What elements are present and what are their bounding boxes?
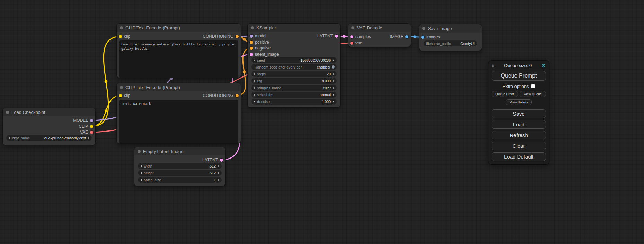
collapse-dot-icon[interactable] <box>138 150 141 153</box>
node-ksampler[interactable]: KSampler model positive negative latent_… <box>248 24 340 107</box>
collapse-dot-icon[interactable] <box>120 86 123 89</box>
slot-label: CLIP <box>79 124 88 129</box>
slot-label: model <box>255 34 266 38</box>
collapse-dot-icon[interactable] <box>120 26 123 29</box>
input-dot-negative[interactable] <box>250 47 253 50</box>
collapse-dot-icon[interactable] <box>351 26 354 29</box>
widget-increment-arrow-icon[interactable] <box>333 80 334 82</box>
widget-ckpt-name[interactable]: ckpt_name v1-5-pruned-emaonly.ckpt <box>7 135 91 141</box>
widget-height[interactable]: height 512 <box>138 170 221 175</box>
prompt-textarea[interactable]: beautiful scenery nature glass bottle la… <box>119 40 238 78</box>
input-dot-positive[interactable] <box>250 41 253 44</box>
output-dot-image[interactable] <box>405 35 408 38</box>
output-dot-model[interactable] <box>90 119 93 122</box>
widget-random-seed-toggle[interactable]: Random seed after every gen enabled <box>252 64 336 70</box>
extra-options-checkbox[interactable] <box>531 84 535 88</box>
widget-increment-arrow-icon[interactable] <box>218 165 219 167</box>
output-dot-latent[interactable] <box>220 159 223 162</box>
input-dot-latent-image[interactable] <box>250 53 253 56</box>
collapse-dot-icon[interactable] <box>6 111 9 114</box>
widget-label: seed <box>255 58 265 62</box>
input-dot-images[interactable] <box>421 36 424 39</box>
widget-increment-arrow-icon[interactable] <box>218 172 219 174</box>
widget-increment-arrow-icon[interactable] <box>333 73 334 75</box>
widget-increment-arrow-icon[interactable] <box>333 59 334 61</box>
load-button[interactable]: Load <box>492 120 546 129</box>
collapse-dot-icon[interactable] <box>251 26 254 29</box>
node-save-image[interactable]: Save Image images filename_prefix ComfyU… <box>419 24 482 51</box>
input-dot-vae[interactable] <box>350 42 353 45</box>
graph-canvas[interactable]: Load Checkpoint MODEL CLIP VAE ckpt_name… <box>0 0 644 244</box>
toggle-on-indicator-icon[interactable] <box>332 65 335 69</box>
node-title-bar[interactable]: Save Image <box>419 24 482 33</box>
clear-button[interactable]: Clear <box>492 142 546 150</box>
widget-increment-arrow-icon[interactable] <box>333 87 334 89</box>
widget-value: 512 <box>210 171 218 175</box>
queue-front-button[interactable]: Queue Front <box>492 91 518 97</box>
widget-label: batch_size <box>142 178 161 182</box>
widget-cfg[interactable]: cfg 8.000 <box>252 78 336 83</box>
input-dot-clip[interactable] <box>119 35 122 38</box>
input-dot-samples[interactable] <box>350 35 353 38</box>
menu-drag-handle-icon[interactable]: ⠿ <box>492 63 495 68</box>
view-queue-button[interactable]: View Queue <box>520 91 546 97</box>
node-empty-latent-image[interactable]: Empty Latent Image LATENT width 512 heig… <box>134 147 225 186</box>
widget-sampler-name[interactable]: sampler_name euler <box>252 85 336 90</box>
node-title-bar[interactable]: VAE Decode <box>348 24 411 32</box>
widget-increment-arrow-icon[interactable] <box>333 94 334 96</box>
widget-label: filename_prefix <box>424 42 451 46</box>
settings-gear-icon[interactable]: ⚙ <box>541 63 546 68</box>
input-slot-negative: negative <box>250 45 271 51</box>
output-slot-clip: CLIP <box>79 124 93 129</box>
queue-prompt-button[interactable]: Queue Prompt <box>492 71 546 81</box>
node-title-bar[interactable]: KSampler <box>248 24 340 32</box>
node-vae-decode[interactable]: VAE Decode samples vae IMAGE <box>348 24 411 47</box>
prompt-textarea[interactable]: text, watermark <box>119 100 238 143</box>
widget-width[interactable]: width 512 <box>138 163 221 169</box>
input-dot-model[interactable] <box>250 35 253 38</box>
load-default-button[interactable]: Load Default <box>492 152 546 161</box>
input-slot-clip: clip <box>119 93 130 98</box>
widget-denoise[interactable]: denoise 1.000 <box>252 99 336 104</box>
output-dot-conditioning[interactable] <box>236 35 239 38</box>
output-slot-conditioning: CONDITIONING <box>203 93 239 98</box>
output-slot-model: MODEL <box>73 118 93 123</box>
widget-seed[interactable]: seed 156680208700286 <box>252 57 336 63</box>
output-dot-latent[interactable] <box>335 35 338 38</box>
node-title-bar[interactable]: Load Checkpoint <box>3 108 95 116</box>
link-midpoint-dot <box>343 35 346 38</box>
link-midpoint-dot <box>105 109 108 112</box>
save-button[interactable]: Save <box>492 109 546 118</box>
node-clip-text-encode-negative[interactable]: CLIP Text Encode (Prompt) clip CONDITION… <box>117 83 241 143</box>
widget-steps[interactable]: steps 20 <box>252 71 336 76</box>
node-title-bar[interactable]: Empty Latent Image <box>134 147 225 155</box>
widget-label: denoise <box>255 100 270 104</box>
widget-label: steps <box>255 72 266 76</box>
widget-increment-arrow-icon[interactable] <box>333 101 334 103</box>
widget-increment-arrow-icon[interactable] <box>218 179 219 181</box>
input-dot-clip[interactable] <box>119 94 122 97</box>
link-midpoint-dot <box>243 70 246 73</box>
node-clip-text-encode-positive[interactable]: CLIP Text Encode (Prompt) clip CONDITION… <box>117 24 241 78</box>
widget-batch-size[interactable]: batch_size 1 <box>138 177 221 182</box>
refresh-button[interactable]: Refresh <box>492 131 546 139</box>
widget-value: 1 <box>214 178 218 182</box>
slot-label: clip <box>124 93 130 98</box>
node-load-checkpoint[interactable]: Load Checkpoint MODEL CLIP VAE ckpt_name… <box>3 108 95 145</box>
collapse-dot-icon[interactable] <box>422 27 425 30</box>
slot-label: CONDITIONING <box>203 34 233 39</box>
view-history-button[interactable]: View History <box>506 99 532 105</box>
node-title-bar[interactable]: CLIP Text Encode (Prompt) <box>117 24 241 32</box>
extra-options-row: Extra options <box>492 84 546 89</box>
node-title-bar[interactable]: CLIP Text Encode (Prompt) <box>117 83 241 91</box>
link-midpoint-dot <box>413 35 416 38</box>
output-slot-conditioning: CONDITIONING <box>203 34 239 39</box>
widget-filename-prefix[interactable]: filename_prefix ComfyUI <box>424 41 477 46</box>
output-dot-conditioning[interactable] <box>236 94 239 97</box>
link-midpoint-dot <box>105 80 108 83</box>
widget-increment-arrow-icon[interactable] <box>88 137 89 139</box>
widget-scheduler[interactable]: scheduler normal <box>252 92 336 97</box>
output-dot-vae[interactable] <box>90 131 93 134</box>
output-dot-clip[interactable] <box>90 125 93 128</box>
slot-label: VAE <box>80 130 88 135</box>
